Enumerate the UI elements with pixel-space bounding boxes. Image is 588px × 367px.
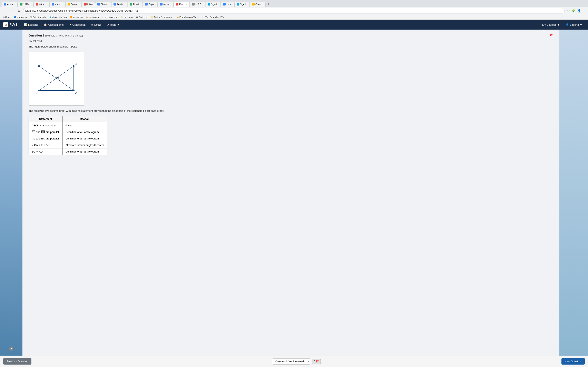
proof-table: Statement Reason ABCD is a rectangle. Gi… xyxy=(29,116,107,155)
bookmark-code-org-label: Code.org xyxy=(139,16,148,18)
tab-icon-15 xyxy=(223,3,226,6)
my-courses-label: My Courses xyxy=(542,23,556,26)
question-header: Question 1 (Multiple Choice Worth 2 poin… xyxy=(29,34,553,38)
tab-9[interactable]: Florid... xyxy=(128,2,143,7)
tab-14[interactable]: Sign i... xyxy=(206,2,221,7)
tab-13[interactable]: v19 C... xyxy=(190,2,205,7)
mathway-icon: 📐 xyxy=(121,16,123,18)
tab-12-active[interactable]: Exa... ✕ xyxy=(174,2,190,7)
toolbar-icons: ☆ 🧩 👤 ⋮ xyxy=(566,9,586,13)
tab-4[interactable]: summ... xyxy=(49,2,65,7)
bookmark-code-org[interactable]: 💻 Code.org xyxy=(135,16,149,19)
lessons-link[interactable]: 📝 Lessons xyxy=(22,22,40,28)
bookmark-activity-log-label: My Activity Log xyxy=(52,16,67,18)
my-courses-link[interactable]: My Courses ▼ xyxy=(540,22,562,28)
tab-label-3: extrac... xyxy=(39,3,47,6)
user-dropdown-icon: ▼ xyxy=(580,23,582,26)
bookmark-membean[interactable]: 🟠 membean xyxy=(68,16,84,19)
tab-16[interactable]: Sign i... xyxy=(234,2,250,7)
tab-label-16: Sign i... xyxy=(240,3,247,6)
tab-label-17: Cours... xyxy=(255,3,263,6)
tab-label-12: Exa... xyxy=(179,3,185,6)
main-container: ▼ Question 1 (Multiple Choice Worth 2 po… xyxy=(0,30,588,367)
extensions-icon[interactable]: 🧩 xyxy=(572,9,576,13)
gradebook-link[interactable]: ✔ Gradebook xyxy=(67,22,88,28)
question-type: (Multiple Choice Worth 2 points) xyxy=(45,34,83,37)
assessments-link[interactable]: 📋 Assessments xyxy=(41,22,66,28)
tab-close-12[interactable]: ✕ xyxy=(186,3,187,5)
new-tab-button[interactable]: + xyxy=(266,1,272,7)
tab-icon-4 xyxy=(52,3,54,6)
tab-10[interactable]: Copy... xyxy=(143,2,158,7)
bookmark-icon[interactable]: ☆ xyxy=(566,9,571,13)
tab-icon-3 xyxy=(36,3,38,6)
email-icon: ✉ xyxy=(91,23,94,26)
classroom-icon: 🏫 xyxy=(86,16,88,18)
bookmark-classroom[interactable]: 🏫 classroom xyxy=(84,16,100,19)
paraphrasing-icon: ✍ xyxy=(176,16,179,18)
bookmark-preamble[interactable]: 📄 The Preamble | Th... xyxy=(201,16,227,19)
ab-overline: AB xyxy=(32,131,35,133)
bc-overline: BC xyxy=(41,137,45,140)
bookmark-gmail[interactable]: ✉ Gmail xyxy=(2,16,12,19)
bookmark-mathway[interactable]: 📐 mathway xyxy=(120,16,134,19)
bookmark-digital-resources[interactable]: 📁 Digital Resources... xyxy=(150,16,174,19)
rectangle-figure: B C A D E xyxy=(33,56,80,101)
bookmark-veracross[interactable]: 🔵 veracross xyxy=(13,16,28,19)
question-status-select[interactable]: Question 1 (Not Answered) xyxy=(272,359,310,365)
tab-label-10: Copy... xyxy=(148,3,155,6)
tab-11[interactable]: no sla... xyxy=(158,2,173,7)
ad2-overline: AD xyxy=(39,150,43,153)
flvs-logo-icon: 🏠 xyxy=(3,22,8,27)
tab-label-2: 2022-... xyxy=(23,3,31,6)
bookmark-ap-classroom[interactable]: 📐 ap classroom xyxy=(100,16,119,19)
next-question-button[interactable]: Next Question xyxy=(562,358,585,365)
user-link[interactable]: 👤 Sabrina ▼ xyxy=(563,22,585,28)
tab-17[interactable]: Cours... xyxy=(250,2,266,7)
tab-icon-1 xyxy=(4,3,6,6)
tab-icon-12 xyxy=(176,3,178,6)
reload-button[interactable]: ↻ xyxy=(16,8,21,13)
tab-8[interactable]: Acade... xyxy=(111,2,127,7)
tab-6[interactable]: Inbox xyxy=(82,2,95,7)
more-icon[interactable]: ⋮ xyxy=(582,9,586,13)
scroll-down-indicator[interactable]: ▼ xyxy=(9,347,13,351)
browser-frame: Acade... 2022-... extrac... summ... Born… xyxy=(0,0,588,20)
profile-icon[interactable]: 👤 xyxy=(577,9,581,13)
tab-7[interactable]: Classr... xyxy=(95,2,111,7)
bookmark-paraphrasing[interactable]: ✍ Paraphrasing Tool... xyxy=(175,16,201,19)
tab-5[interactable]: Born a... xyxy=(65,2,82,7)
tab-icon-11 xyxy=(160,3,163,6)
forward-button[interactable]: → xyxy=(9,8,15,13)
flvs-logo[interactable]: 🏠 FLVS xyxy=(3,22,17,27)
tools-link[interactable]: ⚙ Tools ▼ xyxy=(104,22,122,28)
flag-button[interactable]: 🚩 xyxy=(549,34,553,38)
parallel-text-3: are parallel. xyxy=(46,137,60,140)
tab-3[interactable]: extrac... xyxy=(34,2,49,7)
email-link[interactable]: ✉ Email xyxy=(89,22,104,28)
reason-2: Definition of a Parallelogram xyxy=(62,129,107,135)
tab-1[interactable]: Acade... xyxy=(2,2,17,7)
question-code: (02.06 MC) xyxy=(29,39,553,42)
address-bar[interactable] xyxy=(23,8,565,13)
tab-icon-16 xyxy=(237,3,239,6)
gradebook-label: Gradebook xyxy=(72,23,85,26)
daily-agenda-icon: 📋 xyxy=(29,16,32,18)
tab-15[interactable]: zoom xyxy=(221,2,234,7)
flvs-nav: 🏠 FLVS 📝 Lessons 📋 Assessments ✔ Gradebo… xyxy=(0,20,588,30)
bookmark-activity-log[interactable]: 📊 My Activity Log xyxy=(47,16,68,19)
proof-intro-text: The following two-column proof with miss… xyxy=(29,109,553,113)
tab-2[interactable]: 2022-... xyxy=(18,2,33,7)
back-button[interactable]: ← xyxy=(2,8,7,13)
reason-3: Definition of a Parallelogram xyxy=(62,135,107,142)
svg-text:A: A xyxy=(36,91,38,94)
bookmark-daily-agenda[interactable]: 📋 Daily Agenda xyxy=(28,16,47,19)
previous-question-button[interactable]: Previous Question xyxy=(3,358,31,365)
cd-overline: CD xyxy=(41,131,45,133)
ap-classroom-icon: 📐 xyxy=(102,16,104,18)
bookmark-ap-classroom-label: ap classroom xyxy=(105,16,118,18)
question-number: Question 1 xyxy=(29,34,44,37)
reason-5: Definition of a Parallelogram xyxy=(62,149,107,155)
parallel-text-2: are parallel. xyxy=(46,131,60,133)
tab-label-1: Acade... xyxy=(7,3,15,6)
